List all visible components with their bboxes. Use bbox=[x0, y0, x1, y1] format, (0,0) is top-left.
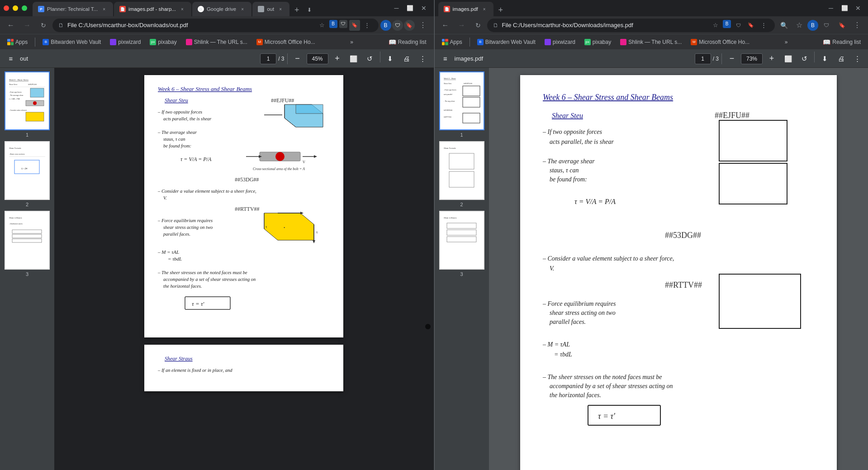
reload-button[interactable]: ↻ bbox=[36, 18, 51, 33]
left-zoom-out[interactable]: − bbox=[290, 52, 305, 66]
right-forward-button[interactable]: → bbox=[455, 18, 469, 33]
right-back-button[interactable]: ← bbox=[438, 18, 453, 33]
left-fit-page[interactable]: ⬜ bbox=[346, 52, 361, 66]
right-print[interactable]: 🖨 bbox=[834, 52, 848, 66]
right-search[interactable]: 🔍 bbox=[777, 18, 791, 33]
left-bookmark-mgr[interactable]: 🔖 bbox=[404, 20, 415, 31]
left-rotate[interactable]: ↺ bbox=[363, 52, 377, 66]
bookmark-pixabay[interactable]: px pixabay bbox=[146, 37, 180, 47]
right-shield[interactable]: 🛡 bbox=[819, 18, 834, 33]
right-more-menu[interactable]: ⋮ bbox=[850, 18, 864, 33]
svg-text:– Consider a value element sub: – Consider a value element subject to a … bbox=[157, 189, 256, 194]
bookmark-apps[interactable]: Apps bbox=[4, 37, 31, 47]
left-pdf-toolbar: ≡ out / 3 − + ⬜ ↺ ⬇ 🖨 ⋮ bbox=[0, 50, 434, 68]
right-pdf-viewer: ≡ images.pdf / 3 − + ⬜ ↺ ⬇ 🖨 ⋮ bbox=[435, 50, 868, 470]
extension-btn3[interactable]: 🔖 bbox=[349, 20, 360, 31]
right-zoom-out[interactable]: − bbox=[725, 52, 739, 66]
tab-out[interactable]: out × bbox=[252, 2, 289, 16]
left-zoom-input[interactable] bbox=[307, 53, 328, 64]
left-address-bar[interactable]: 🗋 File C:/Users/mcarthur-box/Downloads/o… bbox=[52, 19, 379, 32]
tab-google-drive-close[interactable]: × bbox=[239, 5, 246, 13]
right-win-minimize[interactable]: ─ bbox=[825, 2, 837, 14]
bookmark-bitwarden[interactable]: B Bitwarden Web Vault bbox=[39, 37, 104, 47]
tab-out-close[interactable]: × bbox=[277, 5, 284, 13]
tab-images-pdf[interactable]: 📄 images.pdf - sharp... × bbox=[114, 2, 191, 16]
right-star[interactable]: ☆ bbox=[792, 18, 806, 33]
right-pdf-content[interactable]: Week 6 – Shear Stress and Shear Beams Sh… bbox=[489, 68, 868, 470]
right-bookmark-shlink[interactable]: Shlink — The URL s... bbox=[617, 37, 685, 47]
bookmark-shlink[interactable]: Shlink — The URL s... bbox=[182, 37, 251, 47]
right-reload-button[interactable]: ↻ bbox=[471, 18, 485, 33]
right-pdf-menu[interactable]: ≡ bbox=[438, 52, 453, 66]
left-pdf-content[interactable]: Week 6 – Shear Stress and Shear Beams Sh… bbox=[54, 68, 434, 470]
left-win-restore[interactable]: ⬜ bbox=[404, 2, 417, 14]
left-win-close[interactable]: ✕ bbox=[417, 2, 430, 14]
extension-btn1[interactable]: B bbox=[329, 20, 337, 28]
left-win-minimize[interactable]: ─ bbox=[390, 2, 403, 14]
tab-planner[interactable]: P Planner: Technical T... × bbox=[33, 2, 113, 16]
right-thumb-2[interactable]: Shear Formula 2 bbox=[436, 141, 487, 207]
right-page-input[interactable] bbox=[695, 53, 711, 64]
right-win-restore[interactable]: ⬜ bbox=[838, 2, 851, 14]
forward-button[interactable]: → bbox=[20, 18, 34, 33]
tab-google-drive[interactable]: G Google drive × bbox=[192, 2, 251, 16]
right-zoom-in[interactable]: + bbox=[764, 52, 779, 66]
right-ext-btn3[interactable]: 🔖 bbox=[745, 20, 756, 31]
tab-planner-close[interactable]: × bbox=[100, 5, 108, 13]
maximize-button[interactable] bbox=[22, 5, 27, 11]
bookmark-microsoft[interactable]: M Microsoft Office Ho... bbox=[253, 37, 319, 47]
right-zoom-input[interactable] bbox=[741, 53, 763, 64]
left-download[interactable]: ⬇ bbox=[383, 52, 398, 66]
right-ext-btn2[interactable]: 🛡 bbox=[733, 20, 744, 31]
right-more-pdf[interactable]: ⋮ bbox=[850, 52, 864, 66]
right-bookmark-microsoft[interactable]: M Microsoft Office Ho... bbox=[687, 37, 753, 47]
left-thumb-3[interactable]: Shear in Beams - Distribution varies 3 bbox=[2, 211, 52, 277]
left-profile[interactable]: B bbox=[380, 20, 391, 31]
minimize-button[interactable] bbox=[13, 5, 18, 11]
svg-text:- Consider value element: - Consider value element bbox=[9, 109, 27, 111]
right-download[interactable]: ⬇ bbox=[817, 52, 832, 66]
left-more-menu[interactable]: ⋮ bbox=[416, 18, 430, 33]
close-button[interactable] bbox=[4, 5, 9, 11]
right-bookmark-more[interactable]: » bbox=[781, 37, 792, 47]
right-addr-more[interactable]: ⋮ bbox=[758, 20, 769, 31]
bookmark-pixwizard[interactable]: pixwizard bbox=[106, 37, 144, 47]
right-bookmark-pixabay[interactable]: px pixabay bbox=[581, 37, 615, 47]
left-page-input[interactable] bbox=[260, 53, 276, 64]
right-bookmark-pixwizard[interactable]: pixwizard bbox=[541, 37, 579, 47]
right-ext-btn1[interactable]: B bbox=[723, 20, 731, 28]
left-thumb-3-num: 3 bbox=[26, 271, 28, 277]
extension-btn2[interactable]: 🛡 bbox=[339, 20, 347, 28]
right-address-bar[interactable]: 🗋 File C:/Users/mcarthur-box/Downloads/i… bbox=[487, 19, 775, 32]
right-bookmark-star[interactable]: ☆ bbox=[710, 20, 721, 31]
tab-images-pdf-close[interactable]: × bbox=[179, 5, 186, 13]
bookmark-star[interactable]: ☆ bbox=[317, 20, 327, 31]
right-bookmark-icon[interactable]: 🔖 bbox=[835, 18, 849, 33]
right-bookmark-bitwarden[interactable]: B Bitwarden Web Vault bbox=[474, 37, 539, 47]
left-thumb-2[interactable]: Shear Formula - Beam cross sections Q = … bbox=[2, 141, 52, 207]
reading-list-button[interactable]: 📖 Reading list bbox=[385, 37, 430, 47]
svg-text:the horizontal faces.: the horizontal faces. bbox=[550, 392, 601, 399]
right-bookmark-apps[interactable]: Apps bbox=[438, 37, 466, 47]
right-thumb-1[interactable]: Week 6 - Shear Shear Steu ##EJFU## - If … bbox=[436, 71, 487, 138]
left-profile2[interactable]: 🛡 bbox=[392, 20, 403, 31]
left-more-pdf[interactable]: ⋮ bbox=[416, 52, 430, 66]
tab-search-button[interactable]: ⬇ bbox=[303, 4, 316, 16]
bookmark-more[interactable]: » bbox=[346, 37, 357, 47]
right-tab-images-pdf-close[interactable]: × bbox=[481, 5, 488, 13]
left-zoom-in[interactable]: + bbox=[330, 52, 345, 66]
left-print[interactable]: 🖨 bbox=[399, 52, 414, 66]
right-tab-images-pdf[interactable]: 📄 images.pdf × bbox=[438, 2, 493, 16]
right-reading-list-button[interactable]: 📖 Reading list bbox=[819, 37, 864, 47]
back-button[interactable]: ← bbox=[4, 18, 18, 33]
new-tab-button[interactable]: + bbox=[290, 4, 303, 16]
right-profile[interactable]: B bbox=[807, 20, 818, 31]
right-new-tab-button[interactable]: + bbox=[494, 4, 507, 16]
extension-more[interactable]: ⋮ bbox=[362, 20, 373, 31]
right-thumb-3[interactable]: Shear in Beams 3 bbox=[436, 211, 487, 277]
right-rotate[interactable]: ↺ bbox=[797, 52, 811, 66]
left-pdf-menu[interactable]: ≡ bbox=[4, 52, 18, 66]
left-thumb-1[interactable]: Week 6 - Shear Stress Shear Stess ##EJFU… bbox=[2, 71, 52, 138]
right-fit-page[interactable]: ⬜ bbox=[781, 52, 795, 66]
right-win-close[interactable]: ✕ bbox=[852, 2, 864, 14]
